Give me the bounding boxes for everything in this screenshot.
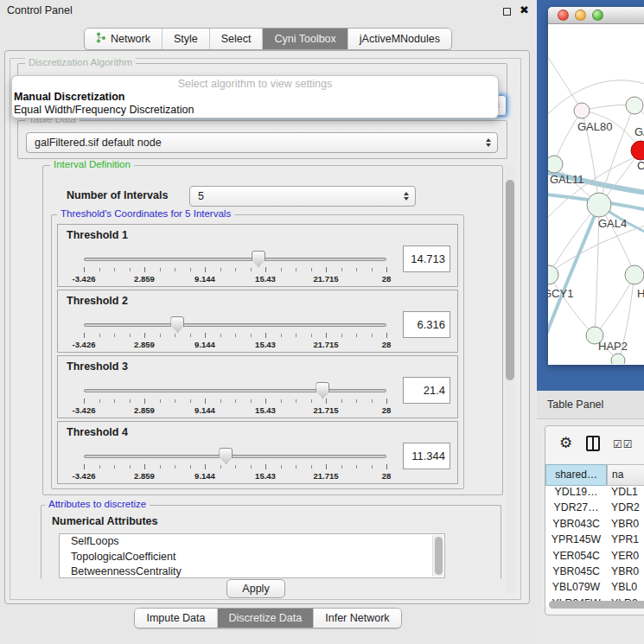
columns-icon[interactable]	[586, 436, 600, 451]
tick-mark	[386, 464, 387, 469]
minimize-traffic-light-icon[interactable]	[575, 10, 586, 21]
tick-label: 9.144	[194, 471, 215, 481]
tick-mark	[251, 268, 252, 271]
threshold-2-slider[interactable]: -3.4262.8599.14415.4321.71528	[84, 315, 386, 351]
tab-jactivemnodules[interactable]: jActiveMNodules	[348, 29, 451, 49]
network-node-gal11[interactable]	[548, 156, 563, 173]
gear-icon[interactable]: ⚙	[559, 436, 572, 450]
table-row[interactable]: YDL19…YDL1	[545, 486, 644, 501]
numerical-attributes-label: Numerical Attributes	[52, 515, 157, 527]
tick-mark	[372, 334, 373, 337]
slider-tick-labels: -3.4262.8599.14415.4321.71528	[84, 471, 386, 481]
tab-cyni-toolbox[interactable]: Cyni Toolbox	[262, 29, 347, 49]
number-of-intervals-label: Number of Intervals	[67, 189, 168, 201]
node-label: GCY1	[548, 287, 573, 300]
threshold-1-slider[interactable]: -3.4262.8599.14415.4321.71528	[84, 249, 386, 285]
tab-infer-network[interactable]: Infer Network	[313, 609, 400, 628]
close-icon[interactable]: ✖	[520, 3, 529, 16]
float-window-icon[interactable]	[503, 8, 511, 16]
tick-mark	[326, 464, 327, 469]
tab-style[interactable]: Style	[162, 29, 209, 49]
slider-thumb[interactable]	[252, 251, 265, 267]
select-columns-icon[interactable]: ☑☑	[613, 438, 634, 450]
tab-discretize-data[interactable]: Discretize Data	[217, 609, 314, 628]
tick-label: 28	[382, 340, 392, 349]
list-item[interactable]: TopologicalCoefficient	[60, 550, 444, 565]
algorithm-option[interactable]: Manual Discretization	[12, 91, 498, 104]
tick-mark	[114, 268, 115, 271]
network-node-h-node[interactable]	[625, 265, 644, 284]
panel-scrollbar[interactable]	[505, 164, 515, 594]
column-header-1[interactable]: shared…	[545, 464, 607, 486]
table-row[interactable]: YER054CYER0	[545, 550, 644, 565]
tick-mark	[99, 334, 100, 337]
slider-thumb[interactable]	[316, 382, 329, 399]
network-node-gcy1[interactable]	[548, 265, 558, 284]
network-node-gal80[interactable]	[574, 103, 590, 118]
tick-mark	[160, 465, 161, 469]
table-row[interactable]: YDR27…YDR2	[545, 501, 644, 517]
zoom-traffic-light-icon[interactable]	[592, 10, 603, 21]
network-node-red-node[interactable]	[631, 141, 644, 160]
threshold-2-value-field[interactable]: 6.316	[403, 311, 450, 338]
network-node-ga-top[interactable]	[626, 97, 643, 114]
table-cell: YBL0	[607, 581, 644, 596]
apply-button[interactable]: Apply	[226, 579, 284, 598]
number-of-intervals-combobox[interactable]: 5	[189, 186, 416, 207]
tick-label: 15.43	[255, 471, 276, 481]
list-item[interactable]: SelfLoops	[60, 534, 444, 550]
tick-mark	[160, 334, 161, 337]
tick-label: 28	[382, 274, 392, 284]
table-row[interactable]: YBR043CYBR0	[545, 518, 644, 533]
network-edge	[595, 275, 634, 335]
slider-thumb[interactable]	[219, 448, 233, 464]
algorithm-option[interactable]: Equal Width/Frequency Discretization	[12, 104, 498, 117]
tab-impute-data[interactable]: Impute Data	[135, 609, 216, 628]
table-row[interactable]: YBL079WYBL0	[545, 581, 644, 596]
tick-mark	[205, 399, 206, 404]
threshold-label: Threshold 3	[67, 360, 128, 373]
network-window-titlebar[interactable]	[548, 7, 644, 24]
network-node-gal4[interactable]	[587, 193, 611, 217]
table-cell: YBR0	[607, 565, 644, 581]
slider-ticks	[84, 399, 386, 405]
network-node-small-bottom[interactable]	[611, 354, 625, 364]
tab-label: Style	[174, 33, 198, 45]
numerical-attributes-list[interactable]: SelfLoopsTopologicalCoefficientBetweenne…	[59, 533, 445, 578]
control-panel: Control Panel ✖ NetworkStyleSelectCyni T…	[0, 0, 536, 644]
tick-mark	[386, 267, 387, 272]
tick-mark	[190, 268, 191, 271]
column-header-2[interactable]: na	[607, 464, 644, 486]
table-row[interactable]: YPR145WYPR1	[545, 533, 644, 549]
horizontal-scrollbar[interactable]	[549, 601, 644, 609]
tick-mark	[84, 399, 85, 404]
list-item[interactable]: BetweennessCentrality	[60, 564, 444, 578]
network-canvas[interactable]: GAL80GACGAL11GAL4GCY1HHAP2	[548, 24, 644, 364]
slider-track	[84, 258, 386, 261]
tick-mark	[326, 267, 327, 272]
tab-select[interactable]: Select	[209, 29, 263, 49]
tick-mark	[296, 268, 296, 271]
table-cell: YDR27…	[545, 501, 607, 517]
threshold-4-slider[interactable]: -3.4262.8599.14415.4321.71528	[84, 446, 386, 482]
tick-mark	[386, 399, 387, 404]
threshold-1-value-field[interactable]: 14.713	[403, 245, 450, 272]
tick-mark	[235, 399, 236, 403]
slider-thumb[interactable]	[170, 316, 184, 333]
table-row[interactable]: YBR045CYBR0	[545, 565, 644, 581]
tick-mark	[311, 268, 312, 271]
threshold-3-slider[interactable]: -3.4262.8599.14415.4321.71528	[84, 380, 386, 417]
tick-mark	[114, 399, 115, 403]
group-title: Interval Definition	[50, 159, 134, 169]
list-scrollbar[interactable]	[432, 535, 443, 577]
tab-network[interactable]: Network	[85, 29, 162, 49]
table-data-combobox[interactable]: galFiltered.sif default node	[26, 132, 498, 153]
tick-label: 9.144	[194, 405, 215, 415]
tick-label: -3.426	[73, 471, 96, 481]
top-tab-bar: NetworkStyleSelectCyni ToolboxjActiveMNo…	[84, 28, 452, 50]
close-traffic-light-icon[interactable]	[558, 10, 569, 21]
tick-mark	[160, 399, 161, 403]
threshold-4-value-field[interactable]: 11.344	[403, 443, 450, 469]
threshold-3-value-field[interactable]: 21.4	[403, 377, 450, 404]
tick-mark	[311, 465, 312, 469]
